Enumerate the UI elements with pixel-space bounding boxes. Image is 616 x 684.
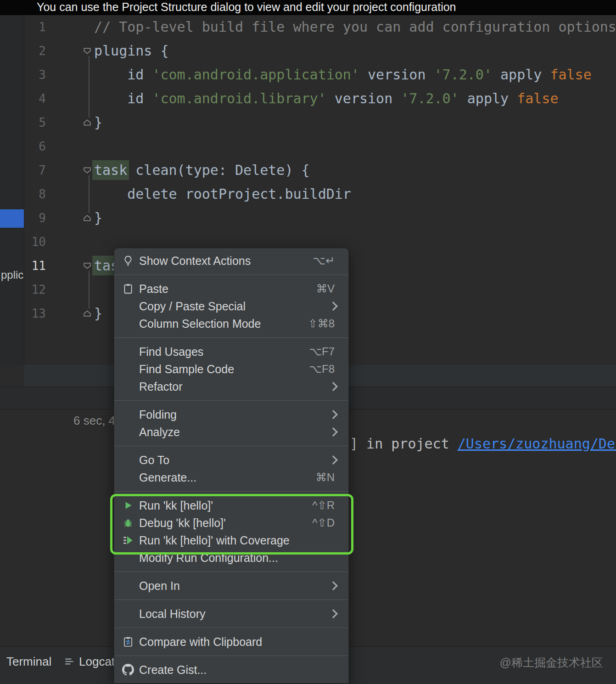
- menu-item-analyze[interactable]: Analyze: [114, 423, 348, 441]
- fold-marker-icon[interactable]: [46, 158, 94, 182]
- menu-item-go-to[interactable]: Go To: [114, 451, 348, 469]
- menu-separator: [114, 446, 348, 446]
- editor-line[interactable]: 6: [24, 135, 616, 158]
- fold-guide-line: [89, 175, 90, 213]
- line-number: 10: [24, 230, 46, 254]
- menu-item-icon-empty: [120, 579, 136, 593]
- line-number: 6: [24, 135, 46, 158]
- menu-item-refactor[interactable]: Refactor: [114, 378, 348, 395]
- fold-marker-icon[interactable]: [46, 206, 94, 230]
- run-output-line: ] in project /Users/zuozhuang/Des: [350, 436, 616, 452]
- code-text: }: [94, 206, 102, 230]
- notification-banner: You can use the Project Structure dialog…: [0, 0, 616, 15]
- menu-separator: [114, 275, 348, 275]
- terminal-button-label: Terminal: [6, 655, 51, 669]
- submenu-arrow-icon: [329, 410, 338, 419]
- editor-line[interactable]: 8 delete rootProject.buildDir: [24, 182, 616, 206]
- code-token-plain: }: [94, 114, 102, 130]
- run-output-text: ] in project: [350, 436, 458, 452]
- menu-item-create-gist[interactable]: Create Gist...: [114, 661, 348, 678]
- submenu-arrow-icon: [329, 581, 338, 590]
- fold-marker-icon[interactable]: [46, 39, 94, 63]
- logcat-button[interactable]: Logcat: [63, 650, 115, 673]
- code-text: task clean(type: Delete) {: [94, 158, 310, 182]
- menu-item-icon-empty: [120, 345, 136, 359]
- menu-item-icon-empty: [120, 453, 136, 467]
- menu-item-shortcut: ^⇧R: [312, 499, 335, 512]
- menu-item-shortcut: ⌥F7: [309, 345, 335, 358]
- project-panel-edge: pplic: [0, 15, 24, 365]
- code-token-plain: apply: [492, 67, 550, 83]
- line-number: 4: [24, 87, 46, 111]
- fold-marker-icon[interactable]: [46, 111, 94, 135]
- menu-item-modify-run-configuration[interactable]: Modify Run Configuration...: [114, 549, 348, 566]
- paste-icon: [120, 282, 136, 296]
- menu-item-local-history[interactable]: Local History: [114, 605, 348, 622]
- editor-line[interactable]: 2plugins {: [24, 39, 616, 63]
- submenu-arrow-icon: [329, 382, 338, 391]
- line-number: 5: [24, 111, 46, 135]
- context-menu: Show Context Actions⌥↵Paste⌘VCopy / Past…: [114, 248, 349, 684]
- code-token-string: 'com.android.library': [152, 90, 326, 107]
- editor-line[interactable]: 4 id 'com.android.library' version '7.2.…: [24, 87, 616, 111]
- code-token-plain: }: [94, 305, 102, 321]
- code-token-plain: id: [94, 90, 152, 107]
- menu-item-column-selection-mode[interactable]: Column Selection Mode⇧⌘8: [114, 315, 348, 332]
- code-token-plain: plugins {: [94, 43, 169, 59]
- menu-item-show-context-actions[interactable]: Show Context Actions⌥↵: [114, 252, 348, 269]
- code-token-comment: // Top-level build file where you can ad…: [94, 19, 616, 35]
- menu-item-label: Find Usages: [139, 345, 298, 359]
- fold-gutter: [46, 63, 94, 87]
- project-path-link[interactable]: /Users/zuozhuang/Des: [458, 436, 616, 452]
- menu-item-compare-with-clipboard[interactable]: Compare with Clipboard: [114, 633, 348, 650]
- project-tree-item-label[interactable]: pplic: [1, 269, 24, 281]
- menu-item-label: Run 'kk [hello]' with Coverage: [139, 534, 339, 547]
- lightbulb-icon: [120, 254, 136, 268]
- menu-item-paste[interactable]: Paste⌘V: [114, 280, 348, 297]
- menu-item-icon-empty: [120, 299, 136, 313]
- code-token-keyword: false: [550, 67, 591, 83]
- menu-item-generate[interactable]: Generate...⌘N: [114, 469, 348, 486]
- menu-item-label: Find Sample Code: [139, 363, 298, 376]
- menu-item-copy-paste-special[interactable]: Copy / Paste Special: [114, 297, 348, 315]
- code-token-plain: apply: [459, 90, 517, 107]
- code-token-plain: id: [94, 67, 152, 83]
- fold-gutter: [46, 278, 94, 302]
- menu-item-run-kk-hello[interactable]: Run 'kk [hello]'^⇧R: [114, 497, 348, 514]
- project-tree-selected-item[interactable]: [0, 209, 24, 228]
- watermark: @稀土掘金技术社区: [500, 655, 603, 670]
- menu-item-debug-kk-hello[interactable]: Debug 'kk [hello]'^⇧D: [114, 514, 348, 532]
- fold-guide-line: [89, 56, 90, 118]
- line-number: 2: [24, 39, 46, 63]
- terminal-button[interactable]: Terminal: [6, 650, 51, 673]
- editor-line[interactable]: 3 id 'com.android.application' version '…: [24, 63, 616, 87]
- menu-item-icon-empty: [120, 425, 136, 439]
- editor-line[interactable]: 7task clean(type: Delete) {: [24, 158, 616, 182]
- menu-item-label: Create Gist...: [139, 663, 339, 677]
- menu-item-folding[interactable]: Folding: [114, 406, 348, 423]
- editor-line[interactable]: 1// Top-level build file where you can a…: [24, 15, 616, 39]
- menu-item-icon-empty: [120, 471, 136, 484]
- menu-item-find-sample-code[interactable]: Find Sample Code⌥F8: [114, 360, 348, 378]
- fold-marker-icon[interactable]: [46, 254, 94, 278]
- menu-item-find-usages[interactable]: Find Usages⌥F7: [114, 343, 348, 360]
- menu-item-open-in[interactable]: Open In: [114, 577, 348, 594]
- code-token-plain: }: [94, 210, 102, 226]
- menu-item-icon-empty: [120, 408, 136, 421]
- menu-item-label: Analyze: [139, 426, 330, 439]
- menu-item-icon-empty: [120, 551, 136, 565]
- menu-separator: [114, 572, 348, 572]
- editor-line[interactable]: 9}: [24, 206, 616, 230]
- editor-line[interactable]: 5}: [24, 111, 616, 135]
- menu-item-label: Debug 'kk [hello]': [139, 516, 301, 530]
- code-token-keyword: false: [517, 90, 558, 107]
- fold-marker-icon[interactable]: [46, 302, 94, 325]
- menu-item-label: Go To: [139, 454, 330, 467]
- line-number: 13: [24, 302, 46, 325]
- menu-item-label: Folding: [139, 408, 330, 421]
- code-token-plain: delete rootProject.buildDir: [94, 186, 351, 202]
- code-token-plain-hl: task: [94, 162, 127, 178]
- code-text: plugins {: [94, 39, 169, 63]
- menu-separator: [114, 656, 348, 656]
- menu-item-run-kk-hello-with-coverage[interactable]: Run 'kk [hello]' with Coverage: [114, 532, 348, 549]
